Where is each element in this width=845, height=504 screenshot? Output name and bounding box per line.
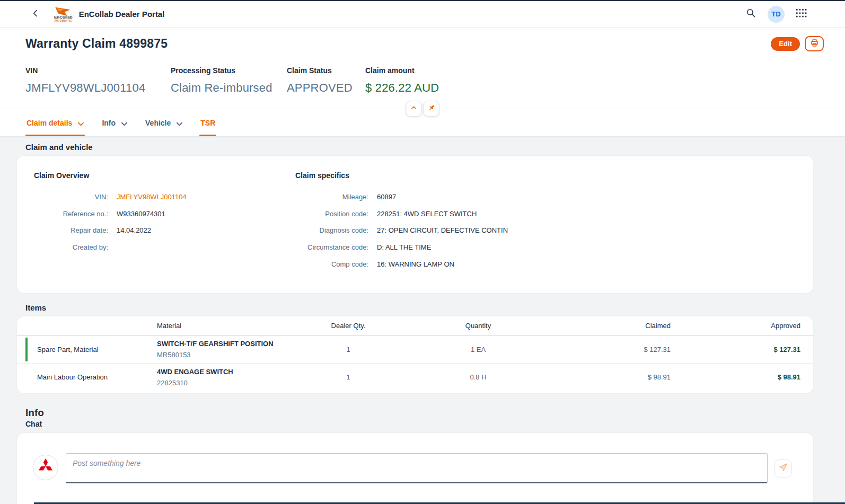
kpi-value: Claim Re-imbursed (171, 81, 287, 95)
send-post-button[interactable] (774, 459, 792, 478)
section-heading-items: Items (25, 303, 813, 312)
form-row-position-code: Position code: 228251: 4WD SELECT SWITCH (295, 206, 800, 223)
material-code: MR580153 (157, 350, 309, 359)
field-value: W93360974301 (117, 206, 165, 223)
material-name: SWITCH-T/F GEARSHIFT POSITION (157, 339, 309, 348)
tab-info[interactable]: Info (101, 109, 128, 137)
table-row-labour[interactable]: Main Labour Operation 4WD ENGAGE SWITCH … (17, 364, 813, 391)
form-row-repair-date: Repair date: 14.04.2022 (34, 222, 295, 239)
claim-and-vehicle-card: Claim Overview VIN: JMFLYV98WLJ001104 Re… (17, 156, 813, 293)
grid-icon (796, 9, 807, 20)
vin-link[interactable]: JMFLYV98WLJ001104 (117, 189, 187, 206)
claimed-amount: $ 127.31 (568, 346, 671, 353)
column-header-quantity: Quantity (388, 322, 568, 330)
tab-tsr[interactable]: TSR (199, 109, 216, 137)
field-label: Circumstance code: (295, 239, 368, 256)
claim-specifics-form: Claim specifics Mileage: 60897 Position … (295, 171, 800, 273)
pin-icon (427, 104, 435, 114)
back-button[interactable] (29, 7, 42, 21)
field-label: Comp code: (295, 256, 368, 273)
field-label: VIN: (34, 189, 108, 206)
kpi-processing-status: Processing Status Claim Re-imbursed (171, 66, 287, 95)
section-heading-info: Info (25, 407, 813, 419)
material-code: 22825310 (157, 378, 309, 387)
app-title: EnCollab Dealer Portal (79, 10, 165, 19)
search-icon (746, 8, 756, 20)
item-type: Main Labour Operation (37, 373, 157, 381)
field-label: Position code: (295, 206, 368, 223)
tab-label: Vehicle (145, 119, 171, 127)
field-value: D: ALL THE TIME (377, 239, 431, 256)
chat-card (17, 433, 813, 504)
tab-label: Info (102, 119, 116, 127)
field-value: 14.04.2022 (117, 222, 151, 239)
chevron-down-icon (78, 119, 84, 128)
logo-wordmark: EnCollab (54, 15, 73, 20)
search-button[interactable] (746, 8, 756, 20)
form-row-mileage: Mileage: 60897 (295, 189, 800, 206)
field-value: 27: OPEN CIRCUIT, DEFECTIVE CONTIN (377, 222, 508, 239)
form-title: Claim Overview (34, 171, 295, 180)
approved-amount: $ 127.31 (671, 346, 800, 353)
chevron-down-icon (177, 119, 182, 128)
pin-header-button[interactable] (424, 101, 439, 117)
chat-post-input[interactable] (66, 453, 768, 483)
print-button[interactable] (805, 36, 824, 51)
column-header-dealer-qty: Dealer Qty. (309, 322, 388, 330)
kpi-label: Claim amount (365, 66, 439, 75)
field-label: Created by: (34, 239, 108, 256)
row-highlight-bar (25, 338, 28, 361)
printer-icon (810, 39, 819, 49)
field-value: 60897 (377, 189, 396, 206)
form-row-created-by: Created by: (34, 239, 295, 256)
items-table-header: Material Dealer Qty. Quantity Claimed Ap… (17, 316, 813, 336)
chevron-down-icon (121, 119, 127, 128)
warranty-claim-page: EnCollab AUTOMOTIVE EnCollab Dealer Port… (0, 0, 845, 504)
shellbar: EnCollab AUTOMOTIVE EnCollab Dealer Port… (0, 1, 845, 28)
items-table-card: Material Dealer Qty. Quantity Claimed Ap… (17, 316, 813, 393)
kpi-value: JMFLYV98WLJ001104 (25, 81, 171, 95)
quantity: 0.8 H (388, 373, 568, 381)
dealer-qty: 1 (309, 373, 388, 381)
form-row-comp-code: Comp code: 16: WARNING LAMP ON (295, 256, 800, 273)
claimed-amount: $ 98.91 (568, 373, 671, 381)
form-row-vin: VIN: JMFLYV98WLJ001104 (34, 189, 295, 206)
kpi-value: APPROVED (287, 81, 365, 95)
tab-label: TSR (200, 119, 215, 127)
page-title: Warranty Claim 4899875 (25, 37, 168, 51)
tab-vehicle[interactable]: Vehicle (144, 109, 183, 137)
item-type: Spare Part, Material (37, 346, 157, 353)
claim-overview-form: Claim Overview VIN: JMFLYV98WLJ001104 Re… (34, 171, 295, 273)
table-row-spare-part[interactable]: Spare Part, Material SWITCH-T/F GEARSHIF… (17, 336, 813, 364)
user-avatar[interactable]: TD (768, 6, 785, 23)
approved-amount: $ 98.91 (671, 373, 800, 381)
field-label: Repair date: (34, 222, 108, 239)
quantity: 1 EA (388, 346, 568, 353)
chevron-left-icon (31, 9, 40, 20)
paper-plane-icon (779, 463, 788, 474)
field-label: Reference no.: (34, 206, 108, 223)
field-label: Mileage: (295, 189, 368, 206)
form-title: Claim specifics (295, 171, 800, 180)
form-row-circumstance-code: Circumstance code: D: ALL THE TIME (295, 239, 800, 256)
column-header-claimed: Claimed (568, 322, 671, 330)
section-heading-claim-and-vehicle: Claim and vehicle (25, 143, 813, 152)
kpi-label: Processing Status (171, 66, 287, 75)
app-switcher-button[interactable] (796, 9, 807, 20)
tab-claim-details[interactable]: Claim details (25, 109, 85, 137)
mitsubishi-logo-icon (37, 457, 55, 478)
subsection-heading-chat: Chat (25, 420, 813, 428)
column-header-approved: Approved (671, 322, 800, 330)
page-content: Claim and vehicle Claim Overview VIN: JM… (0, 143, 845, 504)
edit-button[interactable]: Edit (771, 37, 800, 51)
kpi-value: $ 226.22 AUD (365, 81, 439, 95)
shellbar-actions: TD (746, 6, 845, 23)
column-header-material: Material (157, 322, 309, 330)
kpi-vin: VIN JMFLYV98WLJ001104 (25, 66, 171, 95)
collapse-header-button[interactable] (406, 101, 422, 117)
dealer-qty: 1 (309, 346, 388, 353)
brand-avatar (33, 455, 58, 480)
kpi-label: Claim Status (287, 66, 365, 75)
form-row-reference-no: Reference no.: W93360974301 (34, 206, 295, 223)
form-row-diagnosis-code: Diagnosis code: 27: OPEN CIRCUIT, DEFECT… (295, 222, 800, 239)
